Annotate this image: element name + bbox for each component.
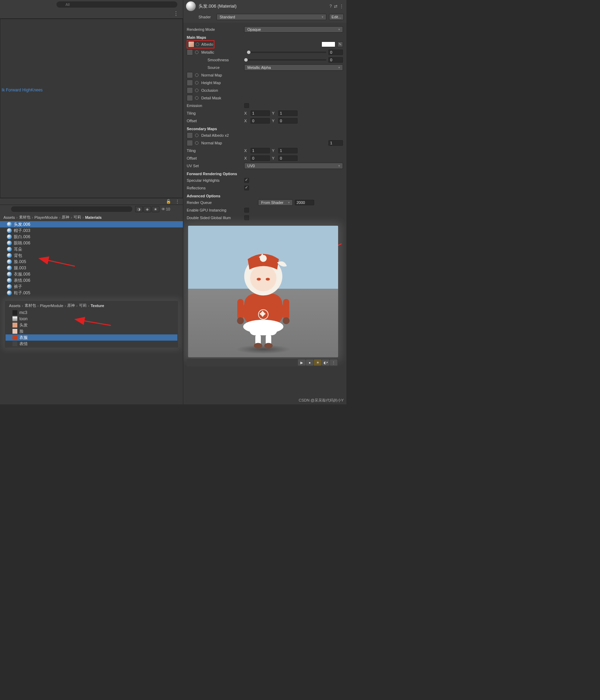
uv-set-dropdown[interactable]: UV0▼ xyxy=(244,163,343,169)
list-item[interactable]: 衣服.006 xyxy=(0,271,183,277)
help-icon[interactable]: ? xyxy=(329,4,332,9)
list-item[interactable]: 脸 xyxy=(6,328,177,334)
albedo-color-swatch[interactable] xyxy=(321,42,335,47)
hidden-count[interactable]: 👁 10 xyxy=(160,207,171,211)
offset-y[interactable] xyxy=(278,118,298,124)
preset-icon[interactable]: ⇄ xyxy=(334,4,337,9)
source-dropdown[interactable]: Metallic Alpha▼ xyxy=(244,64,343,71)
texture-picker-icon[interactable] xyxy=(195,51,198,54)
texture-picker-icon[interactable] xyxy=(196,43,199,46)
kebab-menu-icon[interactable]: ⋮ xyxy=(171,10,181,17)
preview-play-icon[interactable]: ▶ xyxy=(298,359,306,366)
main-maps-header: Main Maps xyxy=(187,33,343,40)
metallic-value[interactable] xyxy=(328,50,343,55)
texture-picker-icon[interactable] xyxy=(195,73,198,77)
height-map-slot[interactable] xyxy=(187,80,193,86)
tiling-y[interactable] xyxy=(278,110,298,116)
rendering-mode-label: Rendering Mode xyxy=(187,27,242,32)
tiling2-x[interactable] xyxy=(250,148,270,153)
project-search-input[interactable] xyxy=(11,206,132,212)
double-sided-gi-checkbox[interactable] xyxy=(244,215,249,220)
normal-map2-value[interactable] xyxy=(328,140,343,146)
texture-picker-icon[interactable] xyxy=(195,89,198,92)
material-icon xyxy=(7,222,12,227)
kebab-menu-icon[interactable]: ⋮ xyxy=(330,359,337,366)
tiling2-y[interactable] xyxy=(278,148,298,153)
offset2-x[interactable] xyxy=(250,155,270,161)
list-item[interactable]: 脸.005 xyxy=(0,259,183,265)
texture-icon xyxy=(12,323,17,327)
favorite-icon[interactable]: ★ xyxy=(152,206,159,212)
search-input[interactable] xyxy=(56,1,177,8)
normal-map-label: Normal Map xyxy=(201,73,222,77)
detail-mask-slot[interactable] xyxy=(187,95,193,101)
list-item[interactable]: 表情 xyxy=(6,341,177,347)
list-item[interactable]: 头发.006 xyxy=(0,221,183,227)
occlusion-slot[interactable] xyxy=(187,87,193,93)
reflections-checkbox[interactable] xyxy=(244,186,249,190)
gpu-instancing-checkbox[interactable] xyxy=(244,208,249,213)
uv-set-label: UV Set xyxy=(187,164,242,168)
material-icon xyxy=(7,290,12,295)
list-item[interactable]: mc3 xyxy=(6,309,177,316)
breadcrumb-texture[interactable]: Assets› 素材包› PlayerModule› 原神› 可莉› Textu… xyxy=(6,302,177,309)
list-item[interactable]: 头发 xyxy=(6,322,177,328)
list-item[interactable]: 眼睛.006 xyxy=(0,240,183,246)
texture-panel: Assets› 素材包› PlayerModule› 原神› 可莉› Textu… xyxy=(5,301,178,348)
lock-icon[interactable]: 🔓 xyxy=(164,199,173,204)
normal-map2-slot[interactable] xyxy=(187,140,193,146)
list-item[interactable]: toon xyxy=(6,316,177,322)
render-queue-dropdown[interactable]: From Shader▼ xyxy=(258,199,293,206)
tiling-x[interactable] xyxy=(250,110,270,116)
offset-x[interactable] xyxy=(250,118,270,124)
texture-picker-icon[interactable] xyxy=(195,141,198,145)
detail-albedo-slot[interactable] xyxy=(187,132,193,138)
normal-map-slot[interactable] xyxy=(187,72,193,78)
preview-sphere-icon[interactable]: ● xyxy=(306,359,314,366)
list-item[interactable]: 表情.006 xyxy=(0,277,183,284)
specular-highlights-checkbox[interactable] xyxy=(244,178,249,183)
preview-light-icon[interactable]: ☀ xyxy=(314,359,321,366)
metallic-slider[interactable] xyxy=(247,52,326,53)
list-item[interactable]: 鞋子.005 xyxy=(0,290,183,296)
inspector-body: Rendering Mode Opaque▼ Main Maps Albedo … xyxy=(183,23,346,404)
kebab-menu-icon[interactable]: ⋮ xyxy=(173,199,182,204)
animation-link[interactable]: lk Forward HighKnees xyxy=(0,85,183,95)
material-icon xyxy=(7,253,12,258)
albedo-texture-slot[interactable] xyxy=(188,41,194,47)
material-icon xyxy=(7,278,12,283)
list-item[interactable]: 眼白.006 xyxy=(0,234,183,240)
secondary-maps-header: Secondary Maps xyxy=(187,125,343,132)
texture-picker-icon[interactable] xyxy=(195,96,198,100)
list-item[interactable]: 耳朵 xyxy=(0,246,183,252)
edit-button[interactable]: Edit... xyxy=(329,14,344,20)
filter-by-type-icon[interactable]: ◑ xyxy=(135,206,143,212)
shader-dropdown[interactable]: Standard▼ xyxy=(217,14,326,20)
list-item[interactable]: 衣服 xyxy=(6,334,177,341)
item-label: 耳朵 xyxy=(14,246,22,252)
list-item[interactable]: 裤子 xyxy=(0,284,183,290)
metallic-texture-slot[interactable] xyxy=(187,49,193,55)
item-label: 帽子.003 xyxy=(14,228,30,234)
smoothness-value[interactable] xyxy=(328,57,343,63)
render-queue-value[interactable] xyxy=(295,200,314,205)
filter-by-label-icon[interactable]: ◈ xyxy=(143,206,151,212)
list-item[interactable]: 腿.003 xyxy=(0,265,183,271)
texture-picker-icon[interactable] xyxy=(195,134,198,137)
kebab-menu-icon[interactable]: ⋮ xyxy=(339,4,344,9)
item-label: 背包 xyxy=(14,253,22,259)
eyedropper-icon[interactable]: ✎ xyxy=(337,42,343,47)
shader-label: Shader xyxy=(198,15,214,19)
list-item[interactable]: 帽子.003 xyxy=(0,227,183,234)
emission-label: Emission xyxy=(187,104,242,108)
rendering-mode-dropdown[interactable]: Opaque▼ xyxy=(244,26,343,33)
preview-env-icon[interactable]: ◐▾ xyxy=(322,359,329,366)
texture-picker-icon[interactable] xyxy=(195,81,198,84)
breadcrumb-materials[interactable]: Assets› 素材包› PlayerModule› 原神› 可莉› Mater… xyxy=(0,213,183,221)
emission-checkbox[interactable] xyxy=(244,103,249,108)
smoothness-slider[interactable] xyxy=(244,59,326,61)
material-preview[interactable] xyxy=(188,226,338,357)
list-item[interactable]: 背包 xyxy=(0,252,183,259)
specular-highlights-label: Specular Highlights xyxy=(187,178,242,182)
offset2-y[interactable] xyxy=(278,155,298,161)
